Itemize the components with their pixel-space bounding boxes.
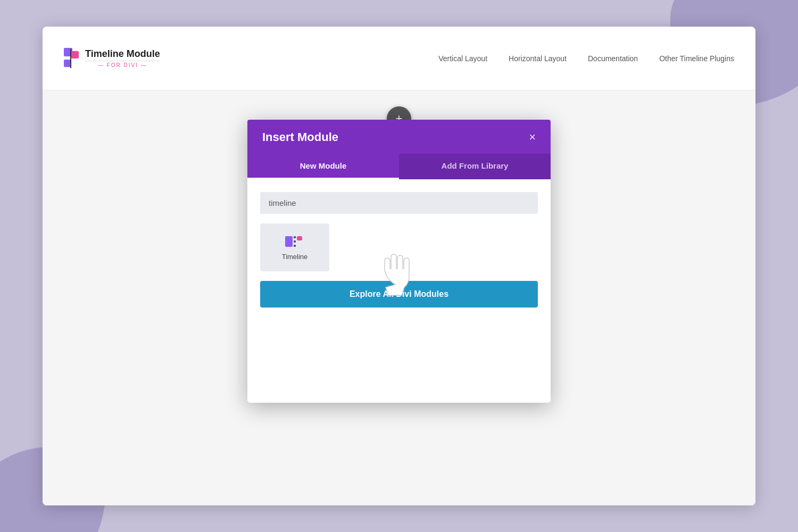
content-area: + Insert Module × New Module Add From Li… <box>43 90 755 505</box>
modal-header: Insert Module × <box>247 120 551 154</box>
modal-body: Timeline Explore All Divi Modules <box>247 179 551 403</box>
module-grid: Timeline <box>260 223 538 271</box>
nav-link-horizontal[interactable]: Horizontal Layout <box>509 54 567 63</box>
nav-link-docs[interactable]: Documentation <box>588 54 638 63</box>
logo-icon <box>64 48 79 69</box>
modal-close-button[interactable]: × <box>529 131 536 143</box>
page-wrapper: Timeline Module — FOR DIVI — Vertical La… <box>43 27 755 505</box>
modal-tabs: New Module Add From Library <box>247 154 551 179</box>
svg-rect-2 <box>294 240 296 243</box>
tab-add-from-library[interactable]: Add From Library <box>399 154 551 179</box>
insert-module-modal: Insert Module × New Module Add From Libr… <box>247 120 551 403</box>
timeline-icon-svg <box>285 235 304 248</box>
svg-rect-0 <box>285 236 293 247</box>
tab-new-module[interactable]: New Module <box>247 154 399 179</box>
explore-modules-button[interactable]: Explore All Divi Modules <box>260 281 538 307</box>
logo-title: Timeline Module <box>85 48 160 60</box>
modal-title: Insert Module <box>262 130 338 144</box>
navbar: Timeline Module — FOR DIVI — Vertical La… <box>43 27 755 90</box>
svg-rect-3 <box>294 245 296 247</box>
nav-links: Vertical Layout Horizontal Layout Docume… <box>438 54 734 63</box>
nav-link-other[interactable]: Other Timeline Plugins <box>659 54 734 63</box>
module-search-input[interactable] <box>260 192 538 214</box>
logo-line <box>70 49 71 68</box>
nav-link-vertical[interactable]: Vertical Layout <box>438 54 487 63</box>
module-item-timeline[interactable]: Timeline <box>260 223 329 271</box>
timeline-module-icon <box>285 235 304 248</box>
logo-square-pink <box>71 51 79 59</box>
svg-rect-1 <box>294 236 296 238</box>
module-label-timeline: Timeline <box>282 253 308 261</box>
logo-subtitle: — FOR DIVI — <box>85 61 160 68</box>
logo-area: Timeline Module — FOR DIVI — <box>64 48 160 69</box>
svg-rect-4 <box>297 236 302 240</box>
logo-text: Timeline Module — FOR DIVI — <box>85 48 160 69</box>
